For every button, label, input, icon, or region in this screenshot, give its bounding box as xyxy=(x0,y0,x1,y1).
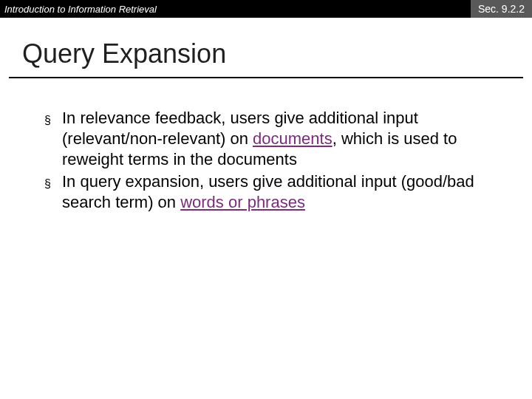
bullet-item: § In relevance feedback, users give addi… xyxy=(44,108,497,170)
course-title: Introduction to Information Retrieval xyxy=(0,4,157,15)
bullet-underline: words or phrases xyxy=(180,193,305,211)
bullet-text: In relevance feedback, users give additi… xyxy=(62,108,497,170)
header-bar: Introduction to Information Retrieval Se… xyxy=(0,0,532,18)
slide-title: Query Expansion xyxy=(22,38,510,69)
bullet-item: § In query expansion, users give additio… xyxy=(44,171,497,213)
title-area: Query Expansion xyxy=(0,18,532,74)
bullet-underline: documents xyxy=(253,129,332,148)
bullet-mark-icon: § xyxy=(44,108,62,132)
bullet-mark-icon: § xyxy=(44,171,62,195)
section-badge: Sec. 9.2.2 xyxy=(471,0,532,18)
bullet-text: In query expansion, users give additiona… xyxy=(62,171,497,213)
content-area: § In relevance feedback, users give addi… xyxy=(0,78,532,213)
